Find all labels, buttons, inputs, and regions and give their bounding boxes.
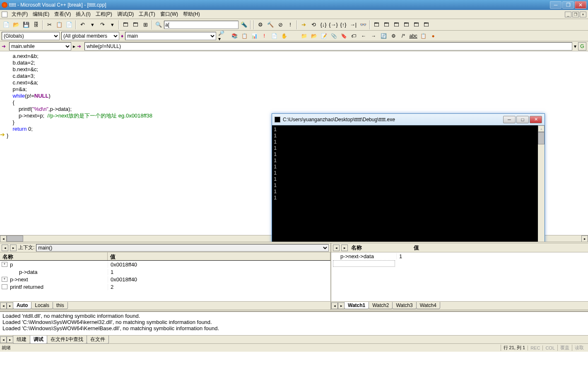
- save-button[interactable]: 💾: [22, 20, 31, 29]
- tb-e[interactable]: 📄: [270, 32, 278, 40]
- expand-icon[interactable]: [2, 284, 7, 289]
- scope-function-select[interactable]: main: [125, 32, 216, 40]
- tb-p[interactable]: abc: [409, 32, 417, 40]
- watch-tab-next[interactable]: ▸: [338, 302, 345, 309]
- table-row[interactable]: p->data1: [0, 268, 330, 276]
- redo-dropdown[interactable]: ▾: [108, 20, 117, 29]
- tb-d[interactable]: !: [260, 32, 268, 40]
- cut-button[interactable]: ✂: [45, 20, 54, 29]
- watch-empty-row[interactable]: [331, 260, 588, 267]
- menu-file[interactable]: 文件(F): [9, 10, 30, 19]
- scope-globals-select[interactable]: (Globals): [2, 32, 60, 40]
- tab-find1[interactable]: 在文件1中查找: [47, 336, 87, 344]
- tab-watch2[interactable]: Watch2: [369, 302, 393, 309]
- console-output[interactable]: 111111111111 ▴ ▾: [272, 125, 545, 242]
- menu-help[interactable]: 帮助(H): [181, 10, 202, 19]
- context-prev-button[interactable]: ◂: [2, 245, 8, 251]
- close-button[interactable]: ✕: [575, 1, 586, 9]
- nav-fwd-button[interactable]: →: [369, 32, 378, 40]
- nav-back-button[interactable]: ←: [359, 32, 368, 40]
- compile-button[interactable]: ⚙: [256, 20, 265, 29]
- minimize-button[interactable]: ─: [550, 1, 561, 9]
- find-input[interactable]: [164, 21, 239, 29]
- context-select[interactable]: main(): [36, 244, 329, 252]
- save-all-button[interactable]: 🗄: [31, 20, 41, 29]
- autos-tab-next[interactable]: ▸: [7, 302, 13, 309]
- tab-locals[interactable]: Locals: [31, 302, 53, 309]
- menu-debug[interactable]: 调试(D): [115, 10, 137, 19]
- restart-button[interactable]: ⟲: [309, 20, 318, 29]
- scroll-left-button[interactable]: ◂: [0, 235, 7, 242]
- window-list-button[interactable]: ⊞: [141, 20, 150, 29]
- disassembly-window-button[interactable]: 🗔: [422, 20, 431, 29]
- tb-i[interactable]: 📝: [320, 32, 328, 40]
- autos-tab-prev[interactable]: ◂: [0, 302, 7, 309]
- tb-g[interactable]: 📁: [300, 32, 308, 40]
- tab-this[interactable]: this: [53, 302, 68, 309]
- context-next-button[interactable]: ▸: [10, 245, 17, 251]
- undo-button[interactable]: ↶: [78, 20, 87, 29]
- variables-window-button[interactable]: 🗔: [382, 20, 391, 29]
- find-button[interactable]: 🔦: [239, 20, 248, 29]
- undo-dropdown[interactable]: ▾: [88, 20, 97, 29]
- scope-members-select[interactable]: (All global members: [61, 32, 119, 40]
- console-minimize-button[interactable]: ─: [503, 116, 516, 123]
- tab-build[interactable]: 组建: [13, 336, 30, 344]
- maximize-button[interactable]: ❐: [562, 1, 574, 9]
- nav-aux-button[interactable]: G: [578, 42, 586, 50]
- table-row[interactable]: +p->next0x0018ff40: [0, 276, 330, 283]
- workspace-button[interactable]: 🗔: [121, 20, 130, 29]
- tab-watch4[interactable]: Watch4: [416, 302, 440, 309]
- expand-icon[interactable]: +: [2, 277, 7, 282]
- step-out-button[interactable]: {↑}: [339, 20, 348, 29]
- find-in-files-button[interactable]: 🔍: [154, 20, 163, 29]
- step-into-button[interactable]: {↓}: [319, 20, 328, 29]
- step-over-button[interactable]: {→}: [329, 20, 338, 29]
- tb-l[interactable]: 🏷: [349, 32, 358, 40]
- scroll-right-button[interactable]: ▸: [581, 235, 588, 242]
- stop-build-button[interactable]: ⊘: [276, 20, 285, 29]
- watch-next-button[interactable]: ▸: [341, 245, 348, 251]
- console-window[interactable]: C:\Users\yuanganzhao\Desktop\ttttt\Debug…: [272, 113, 545, 242]
- tab-auto[interactable]: Auto: [13, 302, 31, 309]
- output-button[interactable]: 🗔: [131, 20, 140, 29]
- nav-go-button[interactable]: ▸: [73, 43, 75, 49]
- open-button[interactable]: 📂: [12, 20, 21, 29]
- scroll-thumb[interactable]: [7, 235, 23, 242]
- table-row[interactable]: p->next->data1: [331, 252, 588, 260]
- goto-button[interactable]: 🔎▾: [218, 32, 226, 40]
- mdi-restore-button[interactable]: ❐: [572, 12, 579, 17]
- table-row[interactable]: +p0x0018ff40: [0, 261, 330, 268]
- nav-dropdown-button[interactable]: ▾: [574, 43, 576, 49]
- watch-list[interactable]: p->next->data1: [331, 252, 588, 301]
- table-row[interactable]: printf returned2: [0, 283, 330, 290]
- tb-q[interactable]: 📋: [419, 32, 427, 40]
- expand-icon[interactable]: +: [2, 262, 7, 267]
- watch-prev-button[interactable]: ◂: [333, 245, 340, 251]
- tb-k[interactable]: 🔖: [340, 32, 348, 40]
- mdi-minimize-button[interactable]: _: [565, 12, 571, 17]
- copy-button[interactable]: 📋: [55, 20, 64, 29]
- redo-button[interactable]: ↷: [98, 20, 107, 29]
- run-to-cursor-button[interactable]: →|: [349, 20, 358, 29]
- memory-window-button[interactable]: 🗔: [402, 20, 411, 29]
- watch-tab-prev[interactable]: ◂: [331, 302, 338, 309]
- autos-list[interactable]: +p0x0018ff40p->data1+p->next0x0018ff40pr…: [0, 261, 330, 301]
- menu-window[interactable]: 窗口(W): [158, 10, 181, 19]
- tb-h[interactable]: 📂: [310, 32, 318, 40]
- tab-watch1[interactable]: Watch1: [344, 302, 369, 309]
- callstack-window-button[interactable]: 🗔: [412, 20, 421, 29]
- tb-n[interactable]: ⚙: [389, 32, 398, 40]
- execute-button[interactable]: !: [286, 20, 295, 29]
- menu-edit[interactable]: 编辑(E): [30, 10, 52, 19]
- tb-o[interactable]: /*: [399, 32, 407, 40]
- tab-watch3[interactable]: Watch3: [392, 302, 416, 309]
- tb-c[interactable]: 📊: [250, 32, 258, 40]
- paste-button[interactable]: 📄: [65, 20, 74, 29]
- tb-j[interactable]: 📎: [330, 32, 338, 40]
- menu-tools[interactable]: 工具(T): [136, 10, 157, 19]
- nav-location-select[interactable]: main.while: [9, 42, 71, 50]
- console-vscrollbar[interactable]: ▴ ▾: [538, 125, 545, 242]
- tab-find2[interactable]: 在文件: [87, 336, 109, 344]
- output-text[interactable]: Loaded 'ntdll.dll', no matching symbolic…: [0, 312, 588, 335]
